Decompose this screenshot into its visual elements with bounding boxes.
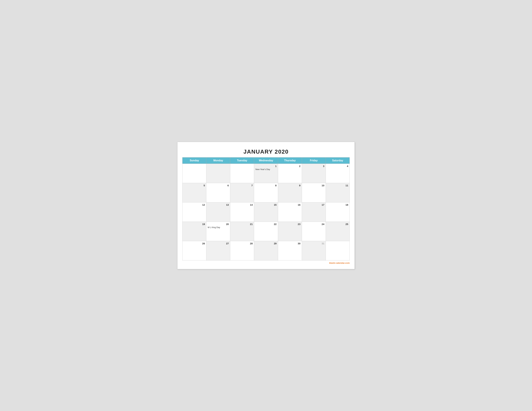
calendar-day-cell: 12	[182, 202, 206, 222]
day-number: 11	[327, 184, 348, 187]
calendar-day-cell	[206, 164, 230, 183]
calendar-day-cell: 1New Year's Day	[254, 164, 278, 183]
calendar-day-cell	[326, 241, 350, 261]
column-header-thursday: Thursday	[278, 158, 302, 164]
calendar-week-row: 567891011	[182, 183, 350, 202]
day-number: 20	[208, 223, 229, 225]
column-header-monday: Monday	[206, 158, 230, 164]
calendar-day-cell: 15	[254, 202, 278, 222]
column-header-wednesday: Wednesday	[254, 158, 278, 164]
day-number: 29	[255, 242, 276, 245]
calendar-day-cell: 27	[206, 241, 230, 261]
column-header-sunday: Sunday	[182, 158, 206, 164]
day-number: 8	[255, 184, 276, 187]
calendar-header-row: SundayMondayTuesdayWednesdayThursdayFrid…	[182, 158, 350, 164]
calendar-day-cell: 29	[254, 241, 278, 261]
calendar-day-cell: 16	[278, 202, 302, 222]
calendar-day-cell: 5	[182, 183, 206, 202]
day-number: 9	[279, 184, 301, 187]
day-number: 18	[327, 203, 348, 206]
day-number: 17	[303, 203, 324, 206]
calendar-day-cell: 13	[206, 202, 230, 222]
calendar-day-cell: 14	[230, 202, 254, 222]
day-number: 1	[255, 165, 276, 168]
day-number: 4	[327, 165, 348, 168]
column-header-tuesday: Tuesday	[230, 158, 254, 164]
day-number: 7	[231, 184, 253, 187]
calendar-day-cell: 22	[254, 222, 278, 241]
column-header-saturday: Saturday	[326, 158, 350, 164]
calendar-day-cell: 21	[230, 222, 254, 241]
day-number: 13	[208, 203, 229, 206]
calendar-day-cell: 25	[326, 222, 350, 241]
calendar-day-cell: 28	[230, 241, 254, 261]
calendar-day-cell: 10	[302, 183, 326, 202]
day-number: 10	[303, 184, 324, 187]
day-number: 22	[255, 223, 276, 225]
day-number: 26	[184, 242, 205, 245]
calendar-day-cell: 26	[182, 241, 206, 261]
day-number: 23	[279, 223, 301, 225]
day-number: 19	[184, 223, 205, 225]
day-number: 5	[184, 184, 205, 187]
calendar-day-cell: 8	[254, 183, 278, 202]
calendar-day-cell: 19	[182, 222, 206, 241]
day-number: 6	[208, 184, 229, 187]
calendar-table: SundayMondayTuesdayWednesdayThursdayFrid…	[182, 157, 350, 261]
calendar-day-cell: 6	[206, 183, 230, 202]
calendar-page: JANUARY 2020 SundayMondayTuesdayWednesda…	[177, 142, 355, 269]
holiday-label: New Year's Day	[255, 168, 276, 170]
day-number: 16	[279, 203, 301, 206]
calendar-week-row: 1920M L King Day2122232425	[182, 222, 350, 241]
calendar-day-cell: 2	[278, 164, 302, 183]
calendar-day-cell: 20M L King Day	[206, 222, 230, 241]
day-number: 30	[279, 242, 301, 245]
day-number: 21	[231, 223, 253, 225]
calendar-day-cell: 9	[278, 183, 302, 202]
calendar-day-cell: 18	[326, 202, 350, 222]
day-number: 12	[184, 203, 205, 206]
day-number: 3	[303, 165, 324, 168]
calendar-day-cell: 23	[278, 222, 302, 241]
calendar-day-cell	[230, 164, 254, 183]
calendar-day-cell: 31	[302, 241, 326, 261]
day-number: 15	[255, 203, 276, 206]
day-number: 31	[303, 242, 324, 245]
column-header-friday: Friday	[302, 158, 326, 164]
holiday-label: M L King Day	[208, 226, 229, 229]
footer-link: blank-calendar.com	[182, 262, 350, 264]
day-number: 2	[279, 165, 301, 168]
day-number: 27	[208, 242, 229, 245]
calendar-title: JANUARY 2020	[182, 147, 350, 157]
day-number: 14	[231, 203, 253, 206]
calendar-day-cell: 7	[230, 183, 254, 202]
day-number: 28	[231, 242, 253, 245]
calendar-week-row: 12131415161718	[182, 202, 350, 222]
calendar-day-cell: 4	[326, 164, 350, 183]
calendar-day-cell	[182, 164, 206, 183]
calendar-day-cell: 17	[302, 202, 326, 222]
day-number: 25	[327, 223, 348, 225]
calendar-day-cell: 11	[326, 183, 350, 202]
calendar-day-cell: 3	[302, 164, 326, 183]
calendar-day-cell: 24	[302, 222, 326, 241]
calendar-day-cell: 30	[278, 241, 302, 261]
day-number: 24	[303, 223, 324, 225]
calendar-week-row: 262728293031	[182, 241, 350, 261]
calendar-week-row: 1New Year's Day234	[182, 164, 350, 183]
